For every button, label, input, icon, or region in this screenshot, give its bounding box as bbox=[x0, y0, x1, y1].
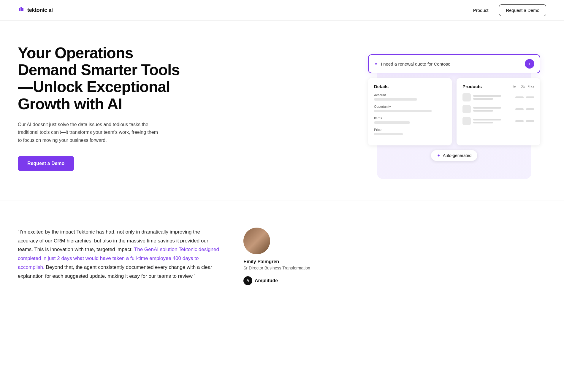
opportunity-label: Opportunity bbox=[374, 105, 446, 108]
col-qty: Qty bbox=[521, 85, 525, 88]
product-price-3 bbox=[526, 120, 534, 122]
testimonial-quote: “I’m excited by the impact Tektonic has … bbox=[18, 228, 220, 281]
demo-search-left: ✦ I need a renewal quote for Contoso bbox=[374, 61, 450, 67]
hero-cta-button[interactable]: Request a Demo bbox=[18, 156, 74, 171]
items-label: Items bbox=[374, 116, 446, 120]
products-title: Products bbox=[462, 84, 482, 89]
price-field: Price bbox=[374, 128, 446, 135]
product-name-bar-2 bbox=[473, 107, 501, 109]
product-sub-bar-3 bbox=[473, 122, 493, 123]
auto-generated-badge: ✦ Auto-generated bbox=[431, 150, 478, 161]
account-field: Account bbox=[374, 93, 446, 101]
opportunity-bar bbox=[374, 110, 432, 112]
product-name-bar-1 bbox=[473, 95, 501, 97]
navbar: tektonic ai Product Request a Demo bbox=[0, 0, 564, 21]
account-label: Account bbox=[374, 93, 446, 97]
demo-search-text: I need a renewal quote for Contoso bbox=[381, 61, 450, 66]
nav-cta-button[interactable]: Request a Demo bbox=[499, 4, 546, 16]
products-header: Products Item Qty Price bbox=[462, 84, 534, 89]
auto-badge-wrapper: ✦ Auto-generated bbox=[368, 150, 540, 161]
auto-badge-text: Auto-generated bbox=[443, 153, 472, 158]
testimonial-name: Emily Palmgren bbox=[243, 259, 321, 264]
avatar-image bbox=[243, 228, 270, 254]
demo-wrapper: ✦ I need a renewal quote for Contoso › D… bbox=[362, 54, 546, 161]
badge-sparkle-icon: ✦ bbox=[437, 153, 441, 158]
logo[interactable]: tektonic ai bbox=[18, 6, 53, 15]
product-name-bar-3 bbox=[473, 119, 501, 120]
hero-section: Your Operations Demand Smarter Tools—Unl… bbox=[0, 21, 564, 201]
products-columns: Item Qty Price bbox=[512, 85, 534, 88]
hero-right: ✦ I need a renewal quote for Contoso › D… bbox=[362, 54, 546, 161]
company-logo: A Amplitude bbox=[243, 276, 321, 285]
testimonial-section: “I’m excited by the impact Tektonic has … bbox=[0, 201, 564, 312]
col-item: Item bbox=[512, 85, 518, 88]
avatar bbox=[243, 228, 270, 254]
product-row-2 bbox=[462, 105, 534, 113]
product-sub-bar-1 bbox=[473, 98, 493, 100]
product-avatar-1 bbox=[462, 93, 471, 101]
hero-description: Our AI doesn't just solve the data issue… bbox=[18, 121, 160, 144]
details-card-title: Details bbox=[374, 84, 446, 89]
demo-search-box[interactable]: ✦ I need a renewal quote for Contoso › bbox=[368, 54, 540, 73]
product-qty-3 bbox=[515, 120, 524, 122]
testimonial-left: “I’m excited by the impact Tektonic has … bbox=[18, 228, 220, 281]
opportunity-field: Opportunity bbox=[374, 105, 446, 112]
product-bars-3 bbox=[473, 119, 513, 123]
amplitude-icon-letter: A bbox=[246, 278, 249, 283]
nav-product-link[interactable]: Product bbox=[473, 8, 489, 13]
amplitude-icon: A bbox=[243, 276, 252, 285]
nav-links: Product Request a Demo bbox=[473, 4, 546, 16]
product-qty-1 bbox=[515, 96, 524, 98]
logo-icon bbox=[18, 6, 25, 15]
product-price-2 bbox=[526, 108, 534, 110]
items-field: Items bbox=[374, 116, 446, 124]
demo-cards: Details Account Opportunity Items Pr bbox=[368, 78, 540, 145]
quote-end: Beyond that, the agent consistently docu… bbox=[18, 264, 212, 279]
testimonial-job-title: Sr Director Business Transformation bbox=[243, 266, 321, 270]
logo-text: tektonic ai bbox=[27, 7, 53, 13]
product-qty-2 bbox=[515, 108, 524, 110]
sparkle-icon: ✦ bbox=[374, 61, 378, 67]
testimonial-avatar-wrap bbox=[243, 228, 321, 254]
send-icon[interactable]: › bbox=[525, 59, 534, 69]
amplitude-name: Amplitude bbox=[255, 278, 278, 283]
details-card: Details Account Opportunity Items Pr bbox=[368, 78, 452, 145]
items-bar bbox=[374, 121, 410, 124]
product-bars-1 bbox=[473, 95, 513, 100]
product-avatar-2 bbox=[462, 105, 471, 113]
products-card: Products Item Qty Price bbox=[457, 78, 540, 145]
price-label: Price bbox=[374, 128, 446, 131]
product-row-3 bbox=[462, 117, 534, 125]
product-avatar-3 bbox=[462, 117, 471, 125]
product-bars-2 bbox=[473, 107, 513, 112]
col-price: Price bbox=[527, 85, 534, 88]
product-sub-bar-2 bbox=[473, 110, 493, 112]
price-bar bbox=[374, 133, 403, 135]
account-bar bbox=[374, 98, 417, 101]
product-row-1 bbox=[462, 93, 534, 101]
testimonial-right: Emily Palmgren Sr Director Business Tran… bbox=[243, 228, 321, 285]
hero-title: Your Operations Demand Smarter Tools—Unl… bbox=[18, 45, 184, 112]
product-price-1 bbox=[526, 96, 534, 98]
hero-left: Your Operations Demand Smarter Tools—Unl… bbox=[18, 45, 184, 171]
